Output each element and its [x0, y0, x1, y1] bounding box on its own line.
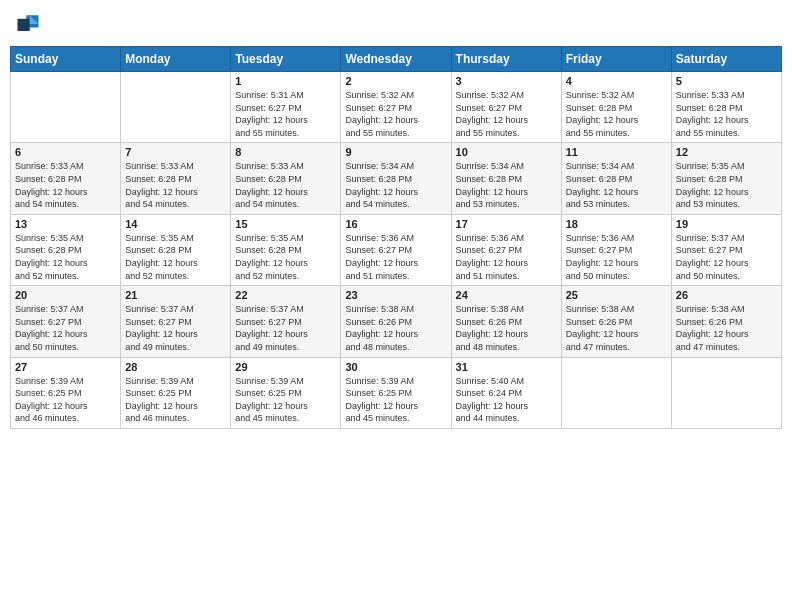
- day-info: Sunrise: 5:35 AM Sunset: 6:28 PM Dayligh…: [235, 232, 336, 282]
- calendar-cell: 21Sunrise: 5:37 AM Sunset: 6:27 PM Dayli…: [121, 286, 231, 357]
- day-info: Sunrise: 5:33 AM Sunset: 6:28 PM Dayligh…: [676, 89, 777, 139]
- day-number: 22: [235, 289, 336, 301]
- day-number: 1: [235, 75, 336, 87]
- logo: [14, 10, 46, 38]
- day-info: Sunrise: 5:38 AM Sunset: 6:26 PM Dayligh…: [456, 303, 557, 353]
- calendar-cell: 31Sunrise: 5:40 AM Sunset: 6:24 PM Dayli…: [451, 357, 561, 428]
- calendar-cell: 29Sunrise: 5:39 AM Sunset: 6:25 PM Dayli…: [231, 357, 341, 428]
- day-info: Sunrise: 5:32 AM Sunset: 6:27 PM Dayligh…: [345, 89, 446, 139]
- day-number: 17: [456, 218, 557, 230]
- day-number: 16: [345, 218, 446, 230]
- day-info: Sunrise: 5:39 AM Sunset: 6:25 PM Dayligh…: [235, 375, 336, 425]
- calendar-cell: 25Sunrise: 5:38 AM Sunset: 6:26 PM Dayli…: [561, 286, 671, 357]
- day-info: Sunrise: 5:33 AM Sunset: 6:28 PM Dayligh…: [125, 160, 226, 210]
- calendar-cell: [121, 72, 231, 143]
- day-number: 4: [566, 75, 667, 87]
- calendar-cell: 4Sunrise: 5:32 AM Sunset: 6:28 PM Daylig…: [561, 72, 671, 143]
- day-info: Sunrise: 5:31 AM Sunset: 6:27 PM Dayligh…: [235, 89, 336, 139]
- day-info: Sunrise: 5:35 AM Sunset: 6:28 PM Dayligh…: [125, 232, 226, 282]
- calendar-cell: 27Sunrise: 5:39 AM Sunset: 6:25 PM Dayli…: [11, 357, 121, 428]
- calendar-cell: 23Sunrise: 5:38 AM Sunset: 6:26 PM Dayli…: [341, 286, 451, 357]
- day-number: 19: [676, 218, 777, 230]
- calendar-cell: 3Sunrise: 5:32 AM Sunset: 6:27 PM Daylig…: [451, 72, 561, 143]
- calendar-week-4: 20Sunrise: 5:37 AM Sunset: 6:27 PM Dayli…: [11, 286, 782, 357]
- day-info: Sunrise: 5:32 AM Sunset: 6:28 PM Dayligh…: [566, 89, 667, 139]
- calendar-week-1: 1Sunrise: 5:31 AM Sunset: 6:27 PM Daylig…: [11, 72, 782, 143]
- day-number: 28: [125, 361, 226, 373]
- day-info: Sunrise: 5:34 AM Sunset: 6:28 PM Dayligh…: [345, 160, 446, 210]
- calendar-header-wednesday: Wednesday: [341, 47, 451, 72]
- calendar-week-5: 27Sunrise: 5:39 AM Sunset: 6:25 PM Dayli…: [11, 357, 782, 428]
- calendar-cell: 15Sunrise: 5:35 AM Sunset: 6:28 PM Dayli…: [231, 214, 341, 285]
- calendar-cell: 17Sunrise: 5:36 AM Sunset: 6:27 PM Dayli…: [451, 214, 561, 285]
- day-number: 2: [345, 75, 446, 87]
- day-info: Sunrise: 5:36 AM Sunset: 6:27 PM Dayligh…: [345, 232, 446, 282]
- calendar-cell: 11Sunrise: 5:34 AM Sunset: 6:28 PM Dayli…: [561, 143, 671, 214]
- day-number: 12: [676, 146, 777, 158]
- day-number: 29: [235, 361, 336, 373]
- day-info: Sunrise: 5:33 AM Sunset: 6:28 PM Dayligh…: [235, 160, 336, 210]
- svg-marker-2: [18, 19, 30, 31]
- day-info: Sunrise: 5:36 AM Sunset: 6:27 PM Dayligh…: [456, 232, 557, 282]
- calendar-header-thursday: Thursday: [451, 47, 561, 72]
- day-info: Sunrise: 5:35 AM Sunset: 6:28 PM Dayligh…: [676, 160, 777, 210]
- day-number: 31: [456, 361, 557, 373]
- calendar-header-saturday: Saturday: [671, 47, 781, 72]
- calendar-cell: 10Sunrise: 5:34 AM Sunset: 6:28 PM Dayli…: [451, 143, 561, 214]
- day-info: Sunrise: 5:35 AM Sunset: 6:28 PM Dayligh…: [15, 232, 116, 282]
- calendar-cell: 14Sunrise: 5:35 AM Sunset: 6:28 PM Dayli…: [121, 214, 231, 285]
- calendar-cell: 9Sunrise: 5:34 AM Sunset: 6:28 PM Daylig…: [341, 143, 451, 214]
- day-number: 3: [456, 75, 557, 87]
- calendar-cell: 24Sunrise: 5:38 AM Sunset: 6:26 PM Dayli…: [451, 286, 561, 357]
- day-number: 18: [566, 218, 667, 230]
- day-info: Sunrise: 5:37 AM Sunset: 6:27 PM Dayligh…: [235, 303, 336, 353]
- day-info: Sunrise: 5:34 AM Sunset: 6:28 PM Dayligh…: [566, 160, 667, 210]
- calendar-cell: 18Sunrise: 5:36 AM Sunset: 6:27 PM Dayli…: [561, 214, 671, 285]
- day-number: 25: [566, 289, 667, 301]
- day-info: Sunrise: 5:38 AM Sunset: 6:26 PM Dayligh…: [566, 303, 667, 353]
- day-number: 15: [235, 218, 336, 230]
- day-number: 11: [566, 146, 667, 158]
- day-info: Sunrise: 5:37 AM Sunset: 6:27 PM Dayligh…: [125, 303, 226, 353]
- day-info: Sunrise: 5:38 AM Sunset: 6:26 PM Dayligh…: [345, 303, 446, 353]
- calendar-cell: 6Sunrise: 5:33 AM Sunset: 6:28 PM Daylig…: [11, 143, 121, 214]
- day-number: 27: [15, 361, 116, 373]
- day-number: 13: [15, 218, 116, 230]
- day-info: Sunrise: 5:36 AM Sunset: 6:27 PM Dayligh…: [566, 232, 667, 282]
- calendar-header-sunday: Sunday: [11, 47, 121, 72]
- calendar-cell: [11, 72, 121, 143]
- day-info: Sunrise: 5:39 AM Sunset: 6:25 PM Dayligh…: [15, 375, 116, 425]
- day-info: Sunrise: 5:32 AM Sunset: 6:27 PM Dayligh…: [456, 89, 557, 139]
- calendar-cell: 1Sunrise: 5:31 AM Sunset: 6:27 PM Daylig…: [231, 72, 341, 143]
- calendar-cell: 28Sunrise: 5:39 AM Sunset: 6:25 PM Dayli…: [121, 357, 231, 428]
- calendar-cell: 30Sunrise: 5:39 AM Sunset: 6:25 PM Dayli…: [341, 357, 451, 428]
- calendar-cell: 8Sunrise: 5:33 AM Sunset: 6:28 PM Daylig…: [231, 143, 341, 214]
- calendar-cell: 26Sunrise: 5:38 AM Sunset: 6:26 PM Dayli…: [671, 286, 781, 357]
- calendar-cell: 16Sunrise: 5:36 AM Sunset: 6:27 PM Dayli…: [341, 214, 451, 285]
- day-number: 6: [15, 146, 116, 158]
- calendar-header-row: SundayMondayTuesdayWednesdayThursdayFrid…: [11, 47, 782, 72]
- calendar-cell: [671, 357, 781, 428]
- day-number: 7: [125, 146, 226, 158]
- day-number: 8: [235, 146, 336, 158]
- calendar-cell: 20Sunrise: 5:37 AM Sunset: 6:27 PM Dayli…: [11, 286, 121, 357]
- calendar-cell: [561, 357, 671, 428]
- calendar-cell: 7Sunrise: 5:33 AM Sunset: 6:28 PM Daylig…: [121, 143, 231, 214]
- calendar-header-tuesday: Tuesday: [231, 47, 341, 72]
- calendar-header-friday: Friday: [561, 47, 671, 72]
- day-number: 23: [345, 289, 446, 301]
- calendar-cell: 19Sunrise: 5:37 AM Sunset: 6:27 PM Dayli…: [671, 214, 781, 285]
- logo-icon: [14, 10, 42, 38]
- day-number: 10: [456, 146, 557, 158]
- day-number: 30: [345, 361, 446, 373]
- day-number: 26: [676, 289, 777, 301]
- calendar-cell: 22Sunrise: 5:37 AM Sunset: 6:27 PM Dayli…: [231, 286, 341, 357]
- day-info: Sunrise: 5:38 AM Sunset: 6:26 PM Dayligh…: [676, 303, 777, 353]
- calendar-table: SundayMondayTuesdayWednesdayThursdayFrid…: [10, 46, 782, 429]
- day-number: 24: [456, 289, 557, 301]
- calendar-cell: 13Sunrise: 5:35 AM Sunset: 6:28 PM Dayli…: [11, 214, 121, 285]
- day-number: 14: [125, 218, 226, 230]
- calendar-cell: 12Sunrise: 5:35 AM Sunset: 6:28 PM Dayli…: [671, 143, 781, 214]
- calendar-cell: 2Sunrise: 5:32 AM Sunset: 6:27 PM Daylig…: [341, 72, 451, 143]
- day-info: Sunrise: 5:40 AM Sunset: 6:24 PM Dayligh…: [456, 375, 557, 425]
